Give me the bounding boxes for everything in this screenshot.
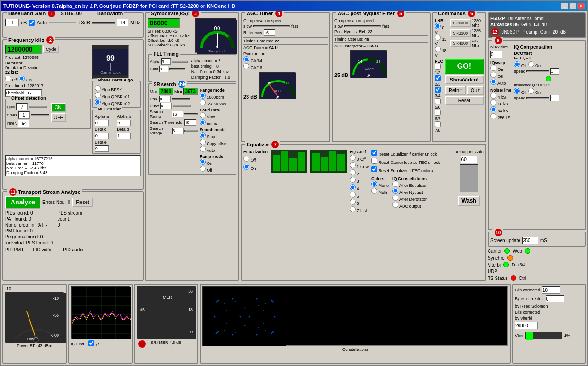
colors-mono-radio[interactable]: Mono	[371, 183, 389, 188]
algo-qpsk2[interactable]: Algo QPSK n°2	[95, 101, 130, 106]
go-button[interactable]: GO!	[445, 59, 484, 74]
coef-5-radio[interactable]: 5	[350, 192, 369, 198]
coef-0off-radio[interactable]: 0 Off	[350, 155, 369, 162]
derot-off-label[interactable]: Off	[5, 76, 17, 82]
iq-swap-on[interactable]: On	[490, 67, 503, 72]
sr3000-button[interactable]: SR3000	[450, 29, 471, 37]
range-stv-radio[interactable]: ~STV0299	[200, 102, 226, 106]
fec-56-check[interactable]: 5/6	[435, 100, 441, 110]
coef-4-radio[interactable]: 4	[350, 184, 369, 191]
beta-c-input[interactable]	[95, 133, 109, 139]
nb-web-er-input[interactable]	[490, 51, 502, 58]
reset-loop-check[interactable]: Reset Carrier loop as FEC unlock	[371, 158, 451, 165]
iq-swap-off[interactable]: Off	[490, 74, 503, 79]
coef-3-radio[interactable]: 3	[350, 177, 369, 184]
reset-button[interactable]: Reset	[445, 96, 484, 105]
search-threshold-input[interactable]	[184, 119, 196, 126]
mode-auto-radio[interactable]: Auto	[200, 148, 215, 153]
screen-update-input[interactable]	[522, 237, 538, 244]
off-button[interactable]: OFF	[51, 113, 66, 122]
clk64-radio[interactable]: Clk/64	[243, 58, 262, 63]
dc-off-radio[interactable]: Off	[514, 61, 526, 68]
offset-times-slider[interactable]	[31, 114, 49, 116]
close-button[interactable]: X	[577, 3, 585, 9]
offset-refer-input[interactable]	[18, 120, 29, 127]
ts-reset-button[interactable]: Reset	[72, 198, 93, 207]
x2-check[interactable]: x2	[88, 340, 100, 347]
imb-off-radio[interactable]: Off	[514, 88, 526, 95]
mode-stop-radio[interactable]: Stop	[200, 134, 215, 139]
search-range-slider[interactable]	[184, 130, 198, 132]
gain-slider[interactable]	[49, 22, 76, 23]
fec-12-check[interactable]: 1/2	[435, 66, 441, 75]
pas-minus-slider[interactable]	[172, 98, 190, 100]
cycle-button[interactable]: Cycle	[43, 46, 59, 53]
dc-on-radio[interactable]: On	[528, 61, 541, 68]
fec-23-check[interactable]: 2/3	[435, 77, 441, 87]
fec-67-check[interactable]: 6/7	[435, 112, 441, 121]
auto-checkbox[interactable]	[29, 20, 35, 26]
pll-beta-slider[interactable]	[169, 68, 185, 70]
coef-6-radio[interactable]: 6	[350, 199, 369, 206]
search-ramp-input[interactable]	[172, 111, 183, 117]
reinit-button[interactable]: ReInit	[445, 86, 466, 95]
alpha-b-input[interactable]	[117, 120, 131, 126]
wash-button[interactable]: Wash	[458, 196, 480, 206]
sr4000-button[interactable]: SR4000	[450, 40, 471, 47]
quit-button[interactable]: Quit	[467, 86, 484, 95]
iq-after-eq-radio[interactable]: After Equalizer	[392, 183, 427, 188]
nt-256ks-radio[interactable]: 256 kS	[490, 116, 511, 120]
dc-speed-input[interactable]	[550, 68, 559, 75]
offset-gain-input[interactable]	[16, 103, 28, 110]
search-range-input[interactable]	[172, 128, 184, 134]
sr6000-button[interactable]: SR6000	[450, 19, 471, 27]
imb-speed-slider[interactable]	[526, 97, 549, 99]
lnb-18v-radio[interactable]: 18 V	[435, 48, 447, 58]
pas-plus-slider[interactable]	[173, 105, 191, 107]
offset-gain-slider[interactable]	[29, 106, 47, 108]
lnb-13v-radio[interactable]: 13 V	[435, 37, 447, 46]
baud-normal-radio[interactable]: normal	[200, 122, 219, 126]
pas-plus-input[interactable]	[160, 103, 172, 109]
mode-copy-radio[interactable]: Copy offset	[200, 141, 228, 146]
imb-on-radio[interactable]: On	[528, 88, 541, 95]
beta-e-input[interactable]	[95, 145, 109, 152]
ramp-off-radio[interactable]: Off	[200, 168, 212, 173]
reset-fec-check[interactable]: Reset Equalizer if FEC unlock	[371, 166, 451, 173]
agc-ref-input[interactable]	[264, 29, 275, 36]
bits-corrected-input[interactable]	[542, 286, 560, 294]
fec-78-check[interactable]: 7/8	[435, 123, 441, 133]
derot-on-label[interactable]: On	[19, 76, 32, 82]
show-video-button[interactable]: ShowVideo!	[445, 75, 484, 84]
nt-16ks-radio[interactable]: 16 kS	[490, 102, 508, 106]
nt-4ks-radio[interactable]: 4 kS	[490, 95, 506, 99]
iq-after-nyq-radio[interactable]: After Nyquist	[392, 190, 423, 195]
beta-d-input[interactable]	[117, 133, 131, 139]
coef-7fast-radio[interactable]: 7 fast	[350, 206, 369, 213]
lnb-0v-radio[interactable]: 0 V	[435, 25, 444, 35]
viterbi-val-input[interactable]	[515, 322, 538, 329]
nt-64ks-radio[interactable]: 64 kS	[490, 109, 508, 113]
clk16-radio[interactable]: Clk/16	[243, 65, 262, 70]
baud-slow-radio[interactable]: slow	[200, 115, 215, 119]
iq-swap-auto[interactable]: Auto	[490, 81, 506, 86]
colors-multi-radio[interactable]: Multi	[371, 190, 387, 195]
demapper-slider[interactable]	[460, 164, 478, 192]
eq-off-radio[interactable]: Off	[243, 156, 268, 163]
agc-nyq-speed-slider[interactable]	[344, 25, 381, 27]
search-ramp-slider[interactable]	[184, 113, 197, 115]
fec-34-check[interactable]: 3/4	[435, 89, 441, 98]
algo-qpsk1[interactable]: Algo QPSK n°1	[95, 94, 130, 99]
alpha-a-input[interactable]	[95, 120, 109, 126]
bw-input[interactable]	[117, 19, 128, 26]
iq-after-derot-radio[interactable]: After Derotator	[392, 197, 427, 202]
ramp-on-radio[interactable]: On	[200, 161, 213, 166]
eq-on-radio[interactable]: On	[243, 164, 268, 171]
analyze-button[interactable]: Analyze	[5, 196, 40, 209]
imb-speed-input[interactable]	[550, 95, 559, 101]
minimize-button[interactable]: _	[561, 3, 568, 9]
pll-alpha-slider[interactable]	[172, 61, 188, 63]
agc-tuner-speed-slider[interactable]	[253, 25, 290, 27]
bytes-corrected-input[interactable]	[546, 295, 564, 302]
reset-carrier-check[interactable]: Reset Equalizer if carrier unlock	[371, 150, 451, 157]
